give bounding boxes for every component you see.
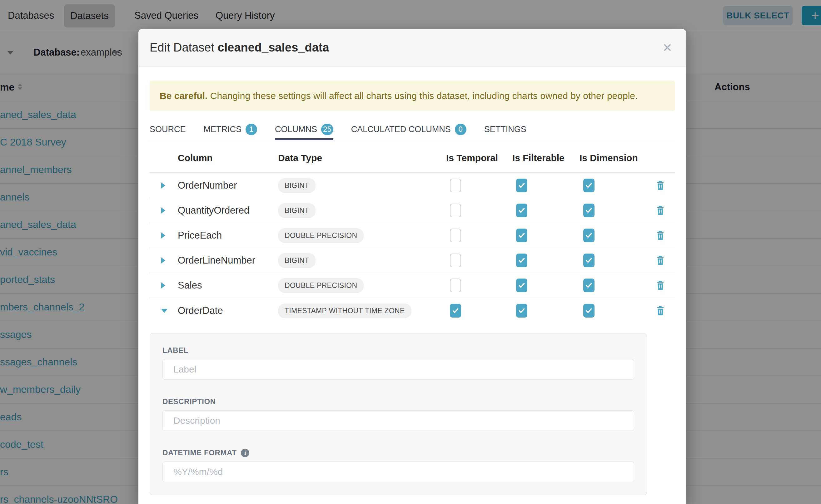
datetime-format-input[interactable] <box>162 462 634 482</box>
column-detail-panel: LABEL DESCRIPTION DATETIME FORMAT i <box>150 333 647 495</box>
column-row-ordernumber: OrderNumberBIGINT <box>150 173 675 198</box>
trash-icon <box>656 230 665 241</box>
tab-label: SOURCE <box>150 125 186 134</box>
delete-column-button[interactable] <box>655 305 666 316</box>
header-is-filterable: Is Filterable <box>512 153 580 163</box>
column-row-sales: SalesDOUBLE PRECISION <box>150 273 675 298</box>
tab-calculated-columns[interactable]: CALCULATED COLUMNS0 <box>351 119 467 140</box>
check-icon <box>585 181 593 190</box>
trash-icon <box>656 180 665 191</box>
datetime-format-field-label: DATETIME FORMAT i <box>162 448 634 457</box>
close-icon[interactable]: ✕ <box>662 29 672 67</box>
trash-icon <box>656 255 665 266</box>
check-icon <box>518 256 526 264</box>
description-input[interactable] <box>162 410 634 431</box>
dataset-name: cleaned_sales_data <box>218 41 329 54</box>
column-row-orderlinenumber: OrderLineNumberBIGINT <box>150 248 675 273</box>
is-temporal-checkbox[interactable] <box>450 229 461 242</box>
is-temporal-checkbox[interactable] <box>450 204 461 217</box>
is-filterable-checkbox[interactable] <box>516 279 527 292</box>
label-input[interactable] <box>162 359 634 380</box>
is-filterable-checkbox[interactable] <box>516 254 527 267</box>
column-row-quantityordered: QuantityOrderedBIGINT <box>150 198 675 223</box>
is-filterable-checkbox[interactable] <box>516 179 527 192</box>
label-field-group: LABEL <box>162 346 634 380</box>
delete-column-button[interactable] <box>655 180 666 191</box>
expand-caret-icon[interactable] <box>150 232 178 239</box>
column-name: OrderDate <box>178 305 278 316</box>
check-icon <box>585 307 593 315</box>
data-type-pill: BIGINT <box>278 253 315 268</box>
expand-caret-icon[interactable] <box>150 182 178 189</box>
is-filterable-checkbox[interactable] <box>516 304 527 318</box>
column-name: OrderNumber <box>178 180 278 191</box>
tab-metrics[interactable]: METRICS1 <box>204 119 257 140</box>
header-column: Column <box>178 153 278 163</box>
trash-icon <box>656 305 665 316</box>
delete-column-button[interactable] <box>655 230 666 241</box>
tab-label: CALCULATED COLUMNS <box>351 125 451 134</box>
delete-column-button[interactable] <box>655 255 666 266</box>
check-icon <box>518 181 526 190</box>
check-icon <box>518 307 526 315</box>
is-dimension-checkbox[interactable] <box>583 254 595 267</box>
is-dimension-checkbox[interactable] <box>583 304 595 318</box>
column-name: Sales <box>178 280 278 291</box>
collapse-caret-icon[interactable] <box>150 309 178 313</box>
header-data-type: Data Type <box>278 153 446 163</box>
is-temporal-checkbox[interactable] <box>450 179 461 192</box>
check-icon <box>585 206 593 215</box>
is-dimension-checkbox[interactable] <box>583 179 595 192</box>
is-filterable-checkbox[interactable] <box>516 204 527 217</box>
column-name: QuantityOrdered <box>178 205 278 216</box>
warning-banner-bold: Be careful. <box>160 91 207 101</box>
is-filterable-checkbox[interactable] <box>516 229 527 242</box>
modal-title: Edit Dataset cleaned_sales_data <box>150 41 329 54</box>
tab-count-badge: 1 <box>245 124 257 135</box>
description-field-label: DESCRIPTION <box>162 397 634 406</box>
check-icon <box>585 231 593 240</box>
datetime-format-field-group: DATETIME FORMAT i <box>162 448 634 482</box>
expand-caret-icon[interactable] <box>150 282 178 289</box>
data-type-pill: DOUBLE PRECISION <box>278 228 363 243</box>
is-temporal-checkbox[interactable] <box>450 254 461 267</box>
tab-label: COLUMNS <box>275 125 317 134</box>
is-temporal-checkbox[interactable] <box>450 279 461 292</box>
modal-tabs: SOURCEMETRICS1COLUMNS25CALCULATED COLUMN… <box>150 119 675 140</box>
is-dimension-checkbox[interactable] <box>583 204 595 217</box>
check-icon <box>518 231 526 240</box>
expand-caret-icon[interactable] <box>150 257 178 264</box>
data-type-pill: BIGINT <box>278 178 315 193</box>
delete-column-button[interactable] <box>655 205 666 216</box>
column-row-priceeach: PriceEachDOUBLE PRECISION <box>150 223 675 248</box>
edit-dataset-modal: Edit Dataset cleaned_sales_data ✕ Be car… <box>138 29 686 504</box>
info-icon[interactable]: i <box>241 449 249 457</box>
label-field-label: LABEL <box>162 346 634 355</box>
tab-settings[interactable]: SETTINGS <box>484 119 527 140</box>
column-row-orderdate: OrderDateTIMESTAMP WITHOUT TIME ZONE <box>150 298 675 323</box>
check-icon <box>452 307 460 315</box>
tab-count-badge: 25 <box>321 124 333 135</box>
tab-label: SETTINGS <box>484 125 527 134</box>
check-icon <box>518 206 526 215</box>
tab-columns[interactable]: COLUMNS25 <box>275 119 333 140</box>
columns-table-rows: OrderNumberBIGINTQuantityOrderedBIGINTPr… <box>150 173 675 323</box>
tab-source[interactable]: SOURCE <box>150 119 186 140</box>
columns-table-header: Column Data Type Is Temporal Is Filterab… <box>150 143 675 173</box>
warning-banner-text: Changing these settings will affect all … <box>207 91 638 101</box>
check-icon <box>585 256 593 264</box>
check-icon <box>518 281 526 289</box>
is-dimension-checkbox[interactable] <box>583 229 595 242</box>
is-dimension-checkbox[interactable] <box>583 279 595 292</box>
delete-column-button[interactable] <box>655 280 666 291</box>
modal-header: Edit Dataset cleaned_sales_data ✕ <box>138 29 686 67</box>
expand-caret-icon[interactable] <box>150 207 178 214</box>
data-type-pill: DOUBLE PRECISION <box>278 278 363 293</box>
is-temporal-checkbox[interactable] <box>450 304 461 318</box>
tab-label: METRICS <box>204 125 242 134</box>
trash-icon <box>656 280 665 291</box>
warning-banner: Be careful. Changing these settings will… <box>150 81 675 111</box>
header-is-dimension: Is Dimension <box>580 153 655 163</box>
column-name: OrderLineNumber <box>178 255 278 266</box>
data-type-pill: BIGINT <box>278 203 315 218</box>
